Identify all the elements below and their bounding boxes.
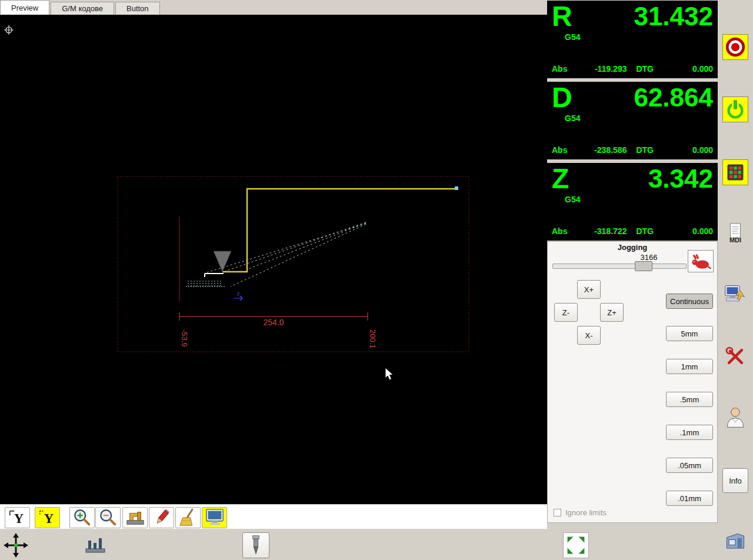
dim-y-icon: Y bbox=[6, 508, 29, 528]
origin-crosshair-icon bbox=[4, 25, 14, 35]
dro-letter: Z bbox=[552, 165, 569, 192]
jog-speed-slider-handle[interactable] bbox=[635, 261, 652, 271]
thread-hatch bbox=[186, 281, 225, 286]
tools-icon bbox=[724, 345, 747, 368]
mdi-label: MDI bbox=[729, 237, 741, 244]
increment-1mm-button[interactable]: 1mm bbox=[666, 359, 713, 374]
dro-value: 31.432 bbox=[634, 3, 713, 30]
dimension-width-label: 254.0 bbox=[263, 318, 284, 327]
axis-marker: z bbox=[234, 291, 242, 301]
clear-plot-button[interactable] bbox=[175, 507, 201, 528]
dro-dtg-value: 0.000 bbox=[654, 64, 713, 74]
dimension-right-label: 200.1 bbox=[368, 329, 377, 349]
operator-button[interactable] bbox=[722, 404, 748, 430]
dro-abs-value: -119.293 bbox=[567, 64, 627, 74]
increment-01mm-button[interactable]: .1mm bbox=[666, 425, 713, 440]
increment-005mm-button[interactable]: .05mm bbox=[666, 458, 713, 473]
dro-abs-label: Abs bbox=[552, 64, 567, 74]
keypad-icon bbox=[725, 162, 746, 183]
jogging-panel: Jogging 3166 X+ Z- Z+ X- Continuous 5mm … bbox=[547, 241, 718, 523]
svg-text:Y: Y bbox=[44, 511, 53, 526]
dro-abs-label: Abs bbox=[552, 226, 567, 236]
machine-view-button[interactable] bbox=[722, 529, 748, 555]
zoom-out-button[interactable] bbox=[95, 507, 121, 528]
preview-canvas[interactable]: z 254.0 -53.9 200.1 bbox=[0, 15, 547, 504]
touchscreen-icon bbox=[724, 283, 747, 306]
tool-cone-icon bbox=[214, 251, 231, 272]
increment-05mm-button[interactable]: .5mm bbox=[666, 392, 713, 407]
lathe-icon bbox=[724, 531, 747, 554]
jog-x-minus-button[interactable]: X- bbox=[577, 326, 601, 345]
broom-icon bbox=[176, 508, 200, 528]
dro-axis-z: Z 3.342 G54 Abs -318.722 DTG 0.000 bbox=[547, 163, 718, 241]
mouse-cursor-icon bbox=[385, 368, 393, 380]
tool-pins-icon bbox=[82, 532, 108, 558]
dro-abs-label: Abs bbox=[552, 145, 567, 155]
ignore-limits-checkbox-row: Ignore limits bbox=[554, 508, 607, 517]
max-jog-speed-button[interactable] bbox=[688, 250, 714, 272]
keypad-button[interactable] bbox=[722, 159, 748, 185]
tab-preview[interactable]: Preview bbox=[0, 0, 49, 15]
dimension-toggle-active-button[interactable]: Y bbox=[35, 507, 60, 528]
fullscreen-icon bbox=[565, 535, 587, 556]
increment-continuous-button[interactable]: Continuous bbox=[666, 294, 713, 309]
dro-axis-d: D 62.864 G54 Abs -238.586 DTG 0.000 bbox=[547, 82, 718, 159]
estop-icon bbox=[724, 36, 747, 58]
jog-mode-button[interactable] bbox=[3, 532, 29, 558]
operator-icon bbox=[724, 405, 747, 429]
dro-letter: R bbox=[552, 3, 572, 30]
dimension-left-label: -53.9 bbox=[180, 329, 189, 347]
tab-button[interactable]: Button bbox=[115, 2, 160, 15]
jog-speed-value: 3166 bbox=[631, 253, 667, 262]
rapid-moves bbox=[207, 222, 366, 286]
dro-coord-system: G54 bbox=[547, 195, 718, 204]
ignore-limits-checkbox[interactable] bbox=[554, 509, 561, 516]
ignore-limits-label: Ignore limits bbox=[565, 508, 607, 517]
tab-gm-codes[interactable]: G/M кодове bbox=[51, 2, 114, 15]
mdi-button[interactable]: MDI bbox=[722, 220, 748, 246]
dro-abs-value: -238.586 bbox=[567, 145, 627, 155]
dro-dtg-value: 0.000 bbox=[654, 226, 713, 236]
tool-table-button[interactable] bbox=[82, 532, 108, 558]
dimension-toggle-button[interactable]: Y bbox=[5, 507, 30, 528]
toolpath-endpoint bbox=[455, 186, 458, 190]
machine-limits-rect bbox=[118, 176, 469, 352]
zoom-out-icon bbox=[96, 508, 120, 528]
tab-bar: Preview G/M кодове Button bbox=[0, 0, 161, 15]
rabbit-icon bbox=[689, 252, 712, 271]
machine-power-button[interactable] bbox=[722, 96, 748, 122]
view-mode-button[interactable] bbox=[202, 507, 227, 528]
zoom-in-button[interactable] bbox=[69, 507, 95, 528]
jog-z-plus-button[interactable]: Z+ bbox=[600, 303, 624, 322]
dro-dtg-value: 0.000 bbox=[654, 145, 713, 155]
dro-abs-value: -318.722 bbox=[567, 226, 627, 236]
dro-axis-r: R 31.432 G54 Abs -119.293 DTG 0.000 bbox=[547, 1, 718, 78]
edit-button[interactable] bbox=[149, 507, 174, 528]
tool-settings-button[interactable] bbox=[722, 344, 748, 369]
dro-value: 3.342 bbox=[648, 165, 713, 192]
zoom-in-icon bbox=[71, 508, 94, 528]
machine-settings-button[interactable] bbox=[722, 282, 748, 308]
spindle-tool-icon bbox=[244, 534, 268, 556]
clamp-button[interactable] bbox=[122, 507, 148, 528]
info-button[interactable]: Info bbox=[722, 468, 748, 493]
fullscreen-button[interactable] bbox=[563, 532, 589, 558]
jog-x-plus-button[interactable]: X+ bbox=[577, 280, 601, 299]
increment-5mm-button[interactable]: 5mm bbox=[666, 326, 713, 341]
jog-axes-icon bbox=[3, 532, 29, 558]
jog-speed-slider[interactable] bbox=[552, 264, 687, 269]
svg-text:Y: Y bbox=[14, 511, 23, 526]
monitor-icon bbox=[203, 508, 226, 528]
dro-dtg-label: DTG bbox=[636, 64, 654, 74]
pencil-icon bbox=[150, 508, 174, 528]
jog-z-minus-button[interactable]: Z- bbox=[554, 303, 578, 322]
dro-coord-system: G54 bbox=[547, 114, 718, 123]
dro-dtg-label: DTG bbox=[636, 226, 654, 236]
programmed-path bbox=[205, 274, 224, 277]
toolpath-line bbox=[222, 189, 457, 272]
estop-button[interactable] bbox=[722, 34, 748, 60]
spindle-tool-button[interactable] bbox=[242, 532, 269, 558]
dim-y-active-icon: Y bbox=[36, 508, 59, 528]
increment-001mm-button[interactable]: .01mm bbox=[666, 491, 713, 506]
clamp-icon bbox=[124, 508, 147, 528]
